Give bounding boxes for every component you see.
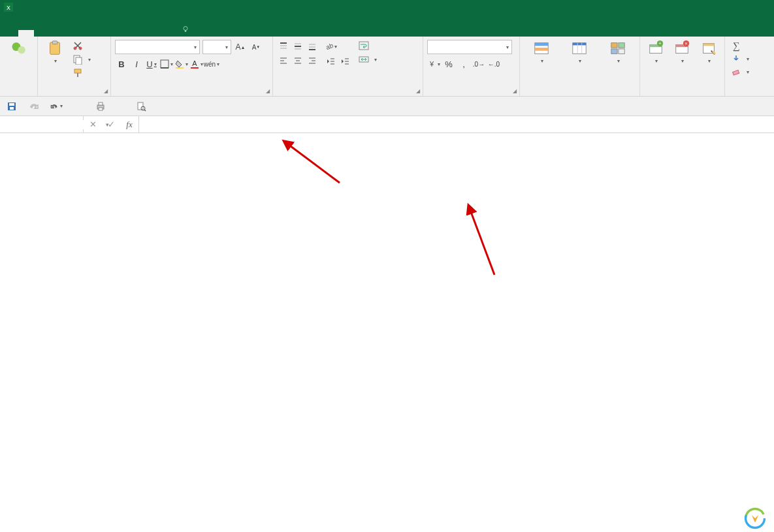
ribbon-tabs (0, 18, 774, 37)
alignment-launcher[interactable]: ◢ (414, 87, 421, 95)
number-launcher[interactable]: ◢ (511, 87, 518, 95)
cancel-fx-button[interactable]: ✕ (84, 119, 102, 129)
tab-review[interactable] (112, 30, 128, 37)
group-label-font (115, 84, 268, 96)
formula-input[interactable] (139, 116, 774, 133)
fill-button[interactable] (729, 53, 751, 65)
svg-rect-49 (535, 48, 548, 51)
tab-home[interactable] (18, 30, 34, 37)
format-painter-button[interactable] (71, 67, 93, 79)
font-name-combo[interactable]: ▾ (115, 40, 200, 54)
fill-color-button[interactable] (175, 57, 188, 70)
svg-rect-67 (703, 44, 714, 46)
redo-button[interactable] (27, 100, 40, 113)
percent-button[interactable]: % (442, 57, 455, 70)
svg-line-79 (288, 144, 340, 183)
format-cell-icon (700, 40, 717, 57)
cell-style-icon (609, 40, 626, 57)
clipboard-launcher[interactable]: ◢ (102, 87, 109, 95)
cut-button[interactable] (71, 40, 93, 52)
font-color-button[interactable]: A (190, 57, 203, 70)
print-preview-button[interactable] (135, 100, 148, 113)
fill-down-icon (731, 54, 741, 64)
tab-data[interactable] (97, 30, 112, 37)
font-launcher[interactable]: ◢ (264, 87, 271, 95)
group-label-alignment (277, 84, 419, 96)
svg-text:A: A (192, 59, 197, 67)
app-icon: X (4, 3, 13, 12)
undo-button[interactable] (50, 100, 63, 113)
svg-rect-14 (161, 60, 169, 68)
tab-insert[interactable] (50, 30, 65, 37)
svg-text:+: + (658, 40, 661, 46)
decrease-decimal-button[interactable]: ←.0 (487, 57, 500, 70)
underline-button[interactable]: U (145, 57, 158, 70)
clear-button[interactable] (729, 66, 751, 78)
svg-rect-44 (359, 42, 368, 50)
print-button[interactable] (94, 100, 107, 113)
send-to-wechat-button[interactable] (8, 39, 30, 59)
copy-icon (73, 54, 83, 65)
watermark-logo-icon (744, 507, 766, 529)
decrease-indent-button[interactable] (324, 55, 337, 68)
svg-rect-56 (611, 49, 617, 54)
tab-mytemplate[interactable] (34, 30, 50, 37)
svg-rect-57 (619, 49, 624, 54)
increase-font-button[interactable]: A▲ (234, 40, 247, 54)
svg-point-5 (18, 46, 25, 54)
font-size-combo[interactable]: ▾ (202, 40, 231, 54)
annotation-arrow-1 (284, 140, 343, 186)
svg-text:¥: ¥ (429, 60, 434, 68)
tab-file[interactable] (3, 30, 18, 37)
cell-style-button[interactable] (607, 39, 629, 66)
tell-me-search[interactable] (175, 22, 199, 37)
format-cell-button[interactable] (698, 39, 720, 66)
copy-button[interactable] (71, 54, 93, 65)
tab-formulas[interactable] (81, 30, 97, 37)
wrap-icon (359, 40, 369, 51)
number-format-combo[interactable]: ▾ (427, 40, 512, 54)
group-label-number (427, 84, 515, 96)
svg-rect-7 (52, 41, 57, 44)
bold-button[interactable]: B (115, 57, 128, 70)
align-right-button[interactable] (306, 54, 319, 67)
svg-rect-48 (535, 43, 548, 46)
increase-indent-button[interactable] (338, 55, 351, 68)
comma-button[interactable]: , (457, 57, 470, 70)
tab-pdf[interactable] (159, 30, 175, 37)
enter-fx-button[interactable]: ✓ (102, 119, 120, 129)
tab-developer[interactable] (144, 30, 159, 37)
align-middle-button[interactable] (291, 40, 304, 53)
tab-view[interactable] (128, 30, 144, 37)
tab-pagelayout[interactable] (65, 30, 81, 37)
decrease-font-button[interactable]: A▼ (250, 40, 263, 54)
insert-cell-button[interactable]: + (645, 39, 667, 66)
paste-button[interactable] (42, 39, 68, 66)
table-style-icon (571, 40, 588, 57)
delete-cell-button[interactable]: × (671, 39, 693, 66)
border-button[interactable] (160, 57, 173, 70)
paintbrush-icon (73, 68, 83, 78)
italic-button[interactable]: I (130, 57, 143, 70)
merge-center-button[interactable] (357, 54, 379, 65)
autosum-button[interactable]: ∑ (729, 40, 745, 52)
group-label-wechat (4, 84, 33, 96)
group-label-clipboard (42, 84, 106, 96)
name-box[interactable]: ▾ (0, 116, 84, 133)
align-left-button[interactable] (277, 54, 290, 67)
table-style-button[interactable] (568, 39, 590, 66)
increase-decimal-button[interactable]: .0→ (472, 57, 485, 70)
insert-cell-icon: + (647, 40, 664, 57)
currency-button[interactable]: ¥ (427, 57, 440, 70)
conditional-format-button[interactable] (530, 39, 553, 66)
fx-icon[interactable]: fx (120, 119, 138, 130)
orientation-button[interactable]: ab (324, 40, 337, 53)
align-center-button[interactable] (291, 54, 304, 67)
phonetic-button[interactable]: wén (205, 57, 218, 70)
align-top-button[interactable] (277, 40, 290, 53)
wrap-text-button[interactable] (357, 40, 379, 52)
conditional-format-icon (533, 40, 550, 57)
delete-cell-icon: × (673, 40, 690, 57)
align-bottom-button[interactable] (306, 40, 319, 53)
save-button[interactable] (5, 100, 18, 113)
